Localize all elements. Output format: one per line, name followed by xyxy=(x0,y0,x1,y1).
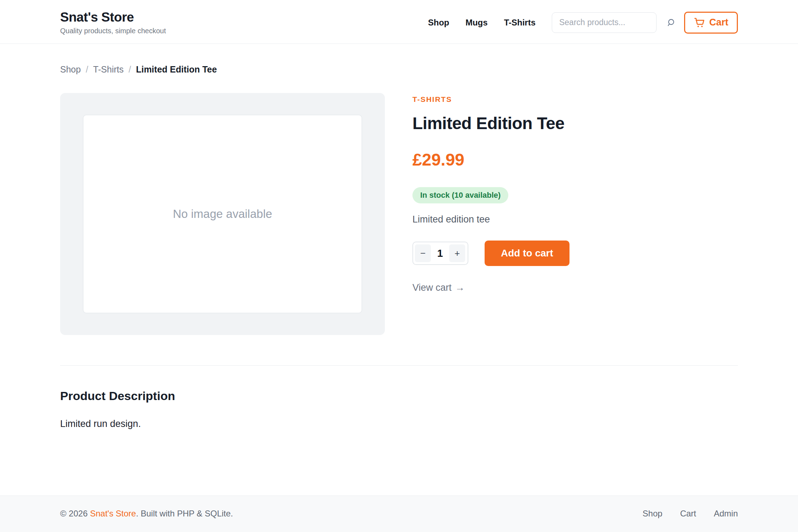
breadcrumb-separator: / xyxy=(128,64,131,75)
product-category: T-SHIRTS xyxy=(412,95,738,104)
quantity-increase-button[interactable]: + xyxy=(449,244,465,262)
brand-name: Snat's Store xyxy=(60,10,166,25)
cart-button-label: Cart xyxy=(709,17,728,28)
stock-badge: In stock (10 available) xyxy=(412,187,508,203)
breadcrumb-link-shop[interactable]: Shop xyxy=(60,64,81,75)
breadcrumb: Shop / T-Shirts / Limited Edition Tee xyxy=(60,64,738,75)
nav-link-mugs[interactable]: Mugs xyxy=(466,18,488,28)
no-image-text: No image available xyxy=(173,207,272,221)
breadcrumb-separator: / xyxy=(86,64,88,75)
product-section: No image available T-SHIRTS Limited Edit… xyxy=(60,93,738,335)
product-title: Limited Edition Tee xyxy=(412,114,738,133)
quantity-decrease-button[interactable]: − xyxy=(415,244,431,262)
footer-link-shop[interactable]: Shop xyxy=(643,509,663,519)
description-heading: Product Description xyxy=(60,389,738,403)
breadcrumb-link-tshirts[interactable]: T-Shirts xyxy=(93,64,123,75)
footer-links: Shop Cart Admin xyxy=(643,509,738,519)
view-cart-label: View cart xyxy=(412,282,452,293)
footer-brand-link[interactable]: Snat's Store xyxy=(90,509,136,518)
description-body: Limited run design. xyxy=(60,418,738,429)
site-footer: © 2026 Snat's Store. Built with PHP & SQ… xyxy=(0,496,798,532)
buy-row: − + Add to cart xyxy=(412,241,738,266)
description-section: Product Description Limited run design. xyxy=(60,389,738,429)
product-details: T-SHIRTS Limited Edition Tee £29.99 In s… xyxy=(412,93,738,335)
search-input[interactable] xyxy=(552,12,657,33)
nav-link-tshirts[interactable]: T-Shirts xyxy=(504,18,536,28)
product-image-card: No image available xyxy=(60,93,385,335)
product-image-placeholder: No image available xyxy=(83,115,362,313)
nav-link-shop[interactable]: Shop xyxy=(428,18,449,28)
cart-icon xyxy=(694,17,705,28)
add-to-cart-button[interactable]: Add to cart xyxy=(485,241,569,266)
footer-link-admin[interactable]: Admin xyxy=(714,509,738,519)
section-divider xyxy=(60,365,738,366)
quantity-input[interactable] xyxy=(431,248,449,259)
breadcrumb-current: Limited Edition Tee xyxy=(136,64,217,75)
search-icon xyxy=(666,18,676,28)
quantity-stepper: − + xyxy=(412,242,468,265)
copyright: © 2026 Snat's Store. Built with PHP & SQ… xyxy=(60,509,233,519)
footer-link-cart[interactable]: Cart xyxy=(680,509,696,519)
primary-nav: Shop Mugs T-Shirts xyxy=(428,12,738,34)
product-price: £29.99 xyxy=(412,150,738,169)
brand-logo[interactable]: Snat's Store Quality products, simple ch… xyxy=(60,10,166,35)
arrow-right-icon: → xyxy=(455,282,465,293)
copyright-prefix: © 2026 xyxy=(60,509,90,518)
view-cart-link[interactable]: View cart → xyxy=(412,282,465,293)
brand-tagline: Quality products, simple checkout xyxy=(60,27,166,35)
copyright-suffix: . Built with PHP & SQLite. xyxy=(136,509,233,518)
cart-button[interactable]: Cart xyxy=(684,12,738,34)
product-summary: Limited edition tee xyxy=(412,214,738,225)
site-header: Snat's Store Quality products, simple ch… xyxy=(0,0,798,44)
search-button[interactable] xyxy=(666,18,676,28)
